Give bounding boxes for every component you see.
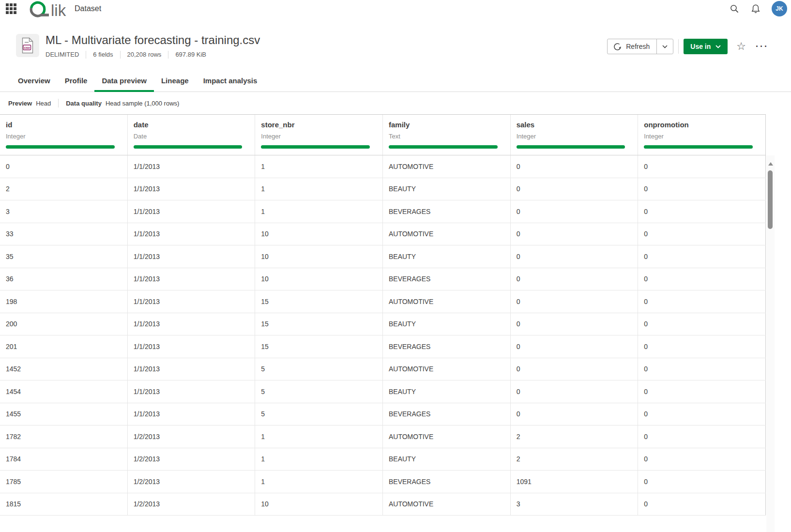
chevron-down-icon: [715, 45, 721, 48]
use-in-button[interactable]: Use in: [684, 39, 728, 54]
cell-id: 3: [0, 200, 128, 223]
cell-sales: 0: [511, 245, 639, 268]
data-quality-label: Data quality: [66, 100, 102, 107]
scroll-up-arrow-icon[interactable]: [768, 162, 773, 166]
cell-store_nbr: 10: [255, 245, 383, 268]
more-options-icon[interactable]: ···: [756, 42, 769, 52]
cell-onpromotion: 0: [638, 335, 766, 358]
qlik-logo[interactable]: lik: [28, 0, 67, 17]
cell-date: 1/1/2013: [128, 290, 256, 313]
column-header-family: familyText: [383, 115, 511, 155]
cell-sales: 3: [511, 493, 639, 516]
search-icon[interactable]: [729, 3, 740, 14]
cell-id: 0: [0, 155, 128, 178]
top-bar: lik Dataset JK: [0, 0, 791, 17]
svg-text:lik: lik: [51, 1, 66, 17]
dataset-title: ML - Multivariate forecasting - training…: [46, 34, 260, 46]
cell-onpromotion: 0: [638, 155, 766, 178]
cell-store_nbr: 1: [255, 471, 383, 493]
preview-value: Head: [36, 100, 51, 107]
cell-family: BEAUTY: [383, 245, 511, 268]
vertical-scrollbar[interactable]: [766, 155, 775, 532]
table-row: 14541/1/20135BEAUTY00: [0, 380, 766, 403]
column-header-sales: salesInteger: [511, 115, 639, 155]
refresh-split-button: Refresh: [607, 39, 673, 54]
table-row: 2011/1/201315BEVERAGES00: [0, 335, 766, 358]
actions-divider: [678, 39, 679, 54]
refresh-dropdown-button[interactable]: [656, 39, 673, 54]
cell-date: 1/1/2013: [128, 380, 256, 403]
cell-onpromotion: 0: [638, 471, 766, 493]
column-type: Integer: [644, 132, 765, 141]
user-avatar[interactable]: JK: [772, 1, 787, 16]
data-quality-bar: [134, 145, 243, 149]
cell-id: 35: [0, 245, 128, 268]
dataset-meta-item: DELIMITED: [46, 51, 79, 59]
cell-id: 198: [0, 290, 128, 313]
column-type: Integer: [6, 132, 127, 141]
cell-store_nbr: 1: [255, 178, 383, 200]
cell-store_nbr: 1: [255, 448, 383, 471]
refresh-icon: [613, 43, 622, 51]
cell-sales: 0: [511, 380, 639, 403]
cell-id: 200: [0, 313, 128, 335]
cell-onpromotion: 0: [638, 493, 766, 516]
column-header-id: idInteger: [0, 115, 128, 155]
tab-overview[interactable]: Overview: [11, 76, 58, 91]
cell-onpromotion: 0: [638, 290, 766, 313]
cell-date: 1/1/2013: [128, 268, 256, 290]
cell-family: BEVERAGES: [383, 335, 511, 358]
column-header-store_nbr: store_nbrInteger: [255, 115, 383, 155]
cell-family: AUTOMOTIVE: [383, 155, 511, 178]
cell-store_nbr: 10: [255, 493, 383, 516]
table-row: 1981/1/201315AUTOMOTIVE00: [0, 290, 766, 313]
tab-profile[interactable]: Profile: [58, 76, 95, 91]
table-row: 17851/2/20131BEVERAGES10910: [0, 471, 766, 493]
cell-id: 36: [0, 268, 128, 290]
table-row: 17821/2/20131AUTOMOTIVE20: [0, 426, 766, 448]
table-row: 01/1/20131AUTOMOTIVE00: [0, 155, 766, 178]
cell-sales: 0: [511, 290, 639, 313]
tab-lineage[interactable]: Lineage: [154, 76, 196, 91]
cell-sales: 0: [511, 223, 639, 245]
dataset-meta-item: 697.89 KiB: [168, 51, 206, 59]
cell-sales: 0: [511, 200, 639, 223]
refresh-label: Refresh: [626, 43, 650, 50]
column-type: Date: [134, 132, 255, 141]
refresh-button[interactable]: Refresh: [608, 39, 656, 54]
column-name: store_nbr: [261, 120, 382, 130]
column-type: Integer: [261, 132, 382, 141]
cell-date: 1/1/2013: [128, 403, 256, 426]
cell-date: 1/1/2013: [128, 200, 256, 223]
cell-onpromotion: 0: [638, 268, 766, 290]
column-name: onpromotion: [644, 120, 765, 130]
table-row: 31/1/20131BEVERAGES00: [0, 200, 766, 223]
data-quality-bar: [389, 145, 498, 149]
cell-date: 1/1/2013: [128, 335, 256, 358]
qlik-logo-icon: lik: [28, 0, 67, 17]
cell-id: 1785: [0, 471, 128, 493]
cell-date: 1/2/2013: [128, 448, 256, 471]
cell-onpromotion: 0: [638, 358, 766, 380]
cell-date: 1/1/2013: [128, 358, 256, 380]
cell-family: BEVERAGES: [383, 471, 511, 493]
notifications-bell-icon[interactable]: [750, 3, 761, 14]
cell-store_nbr: 10: [255, 223, 383, 245]
cell-sales: 0: [511, 403, 639, 426]
cell-family: BEAUTY: [383, 380, 511, 403]
cell-family: BEVERAGES: [383, 200, 511, 223]
cell-sales: 0: [511, 313, 639, 335]
cell-onpromotion: 0: [638, 245, 766, 268]
favorite-star-icon[interactable]: ☆: [736, 41, 746, 52]
column-header-date: dateDate: [128, 115, 256, 155]
app-launcher-icon[interactable]: [6, 3, 16, 14]
cell-onpromotion: 0: [638, 448, 766, 471]
cell-onpromotion: 0: [638, 426, 766, 448]
table-row: 361/1/201310BEVERAGES00: [0, 268, 766, 291]
cell-id: 1455: [0, 403, 128, 426]
scrollbar-thumb[interactable]: [768, 170, 773, 229]
cell-store_nbr: 5: [255, 403, 383, 426]
tab-data-preview[interactable]: Data preview: [94, 76, 154, 91]
tab-impact-analysis[interactable]: Impact analysis: [196, 76, 265, 91]
table-row: 18151/2/201310AUTOMOTIVE30: [0, 493, 766, 516]
